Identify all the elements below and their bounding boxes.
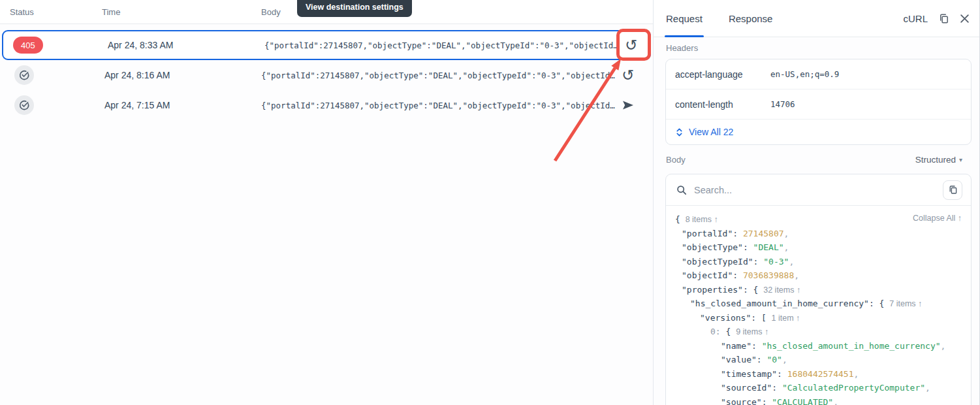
row-time: Apr 24, 8:16 AM xyxy=(104,70,170,80)
copy-curl-button[interactable] xyxy=(938,12,950,25)
column-header-status: Status xyxy=(10,7,34,17)
json-segment: : xyxy=(733,229,743,238)
header-row: accept-language en-US,en;q=0.9 xyxy=(666,59,971,89)
json-segment: : [ xyxy=(751,313,771,323)
column-header-time: Time xyxy=(102,7,120,17)
json-segment: "0" xyxy=(767,355,782,364)
json-segment: 27145807 xyxy=(743,229,784,238)
json-segment: , xyxy=(854,369,859,379)
success-status-icon xyxy=(14,95,34,115)
json-line: "source": "CALCULATED", xyxy=(675,395,962,405)
headers-card: accept-language en-US,en;q=0.9 content-l… xyxy=(665,59,972,145)
json-line: "properties": { 32 items ↑ xyxy=(675,283,962,297)
collapse-toggle[interactable]: 8 items ↑ xyxy=(686,215,718,224)
tooltip-view-destination-settings: View destination settings xyxy=(297,0,412,17)
json-line: "sourceId": "CalculatedPropertyComputer"… xyxy=(675,381,962,395)
json-line: "objectId": 7036839888, xyxy=(675,268,962,283)
json-segment: : xyxy=(762,397,772,405)
json-line: "hs_closed_amount_in_home_currency": { 7… xyxy=(675,297,962,311)
json-segment: , xyxy=(782,355,787,364)
json-segment: "versions" xyxy=(700,313,751,323)
json-segment: 1680442574451 xyxy=(787,369,854,379)
view-all-label: View All 22 xyxy=(689,127,733,137)
json-line: "value": "0", xyxy=(675,353,962,367)
body-view-mode-dropdown[interactable]: Structured ▾ xyxy=(915,155,962,165)
copy-body-button[interactable] xyxy=(943,180,962,200)
json-segment: , xyxy=(789,257,794,267)
json-segment: "value" xyxy=(721,355,757,364)
expand-collapse-icon xyxy=(675,127,684,137)
json-segment: : xyxy=(743,242,753,252)
json-segment: : { xyxy=(869,299,889,308)
json-segment: : xyxy=(751,341,762,351)
json-segment: , xyxy=(794,270,799,280)
json-line: 0: { 9 items ↑ xyxy=(675,325,962,339)
json-segment: "CalculatedPropertyComputer" xyxy=(782,383,925,393)
collapse-toggle[interactable]: 7 items ↑ xyxy=(889,299,922,308)
json-segment: "sourceId" xyxy=(721,383,772,393)
json-segment: { xyxy=(725,327,736,336)
row-body-preview: {"portalId":27145807,"objectType":"DEAL"… xyxy=(264,40,618,50)
json-segment: 0: xyxy=(710,327,725,336)
collapse-toggle[interactable]: 32 items ↑ xyxy=(763,285,800,295)
tab-response[interactable]: Response xyxy=(729,13,773,24)
json-segment: "hs_closed_amount_in_home_currency" xyxy=(690,299,869,308)
json-segment: : xyxy=(753,257,764,267)
tab-request[interactable]: Request xyxy=(666,13,703,24)
json-segment: "objectTypeId" xyxy=(682,257,753,267)
json-line: "timestamp": 1680442574451, xyxy=(675,367,962,381)
view-mode-label: Structured xyxy=(915,155,956,165)
row-time: Apr 24, 7:15 AM xyxy=(104,100,170,110)
json-segment: : xyxy=(772,383,782,393)
json-segment: "timestamp" xyxy=(721,369,777,379)
json-segment: { xyxy=(675,214,686,224)
webhook-monitor-screen: Status Time Body 405 Apr 24, 8:33 AM {"p… xyxy=(0,0,980,405)
check-circle-icon xyxy=(18,99,30,111)
json-line: "name": "hs_closed_amount_in_home_curren… xyxy=(675,339,962,353)
body-search-row xyxy=(666,174,971,206)
collapse-toggle[interactable]: 9 items ↑ xyxy=(736,327,768,336)
header-row: content-length 14706 xyxy=(666,89,971,120)
json-line: "portalId": 27145807, xyxy=(675,227,962,241)
json-segment: "name" xyxy=(721,341,751,351)
body-section-header: Body Structured ▾ xyxy=(666,155,962,165)
json-segment: "DEAL" xyxy=(753,242,784,252)
header-name: content-length xyxy=(675,99,770,110)
caret-down-icon: ▾ xyxy=(959,156,962,163)
json-segment: , xyxy=(925,383,930,393)
body-section-title: Body xyxy=(666,155,686,165)
json-line: "versions": [ 1 item ↑ xyxy=(675,311,962,325)
close-icon xyxy=(960,14,970,24)
json-line: "objectTypeId": "0-3", xyxy=(675,255,962,269)
view-all-headers-link[interactable]: View All 22 xyxy=(666,120,971,144)
body-card: Collapse All ↑ { 8 items ↑"portalId": 27… xyxy=(665,174,972,405)
json-segment: "portalId" xyxy=(682,229,733,238)
header-name: accept-language xyxy=(675,69,770,80)
annotation-highlight-box xyxy=(616,29,651,61)
detail-topbar: Request Response cURL xyxy=(654,0,979,37)
json-segment: 7036839888 xyxy=(743,270,794,280)
column-header-body: Body xyxy=(261,7,281,17)
json-segment: "hs_closed_amount_in_home_currency" xyxy=(762,341,941,351)
json-segment: : xyxy=(777,369,787,379)
json-segment: , xyxy=(784,242,789,252)
status-badge: 405 xyxy=(13,37,43,54)
curl-label: cURL xyxy=(903,13,928,24)
search-input[interactable] xyxy=(694,185,936,195)
json-segment: : { xyxy=(743,285,763,295)
json-segment: : xyxy=(733,270,743,280)
json-segment: "0-3" xyxy=(763,257,789,267)
json-tree-lines: { 8 items ↑"portalId": 27145807,"objectT… xyxy=(675,212,962,405)
json-line: "objectType": "DEAL", xyxy=(675,240,962,255)
success-status-icon xyxy=(14,65,34,85)
check-circle-icon xyxy=(18,69,30,81)
collapse-all-button[interactable]: Collapse All ↑ xyxy=(913,214,962,223)
request-details-panel: Request Response cURL Headers xyxy=(654,0,980,405)
headers-section-title: Headers xyxy=(666,43,698,53)
json-segment: "CALCULATED" xyxy=(772,397,833,405)
collapse-toggle[interactable]: 1 item ↑ xyxy=(772,314,800,323)
json-tree: Collapse All ↑ { 8 items ↑"portalId": 27… xyxy=(666,206,971,405)
header-value: 14706 xyxy=(770,99,795,109)
json-segment: "objectType" xyxy=(682,242,743,252)
close-panel-button[interactable] xyxy=(960,14,970,24)
